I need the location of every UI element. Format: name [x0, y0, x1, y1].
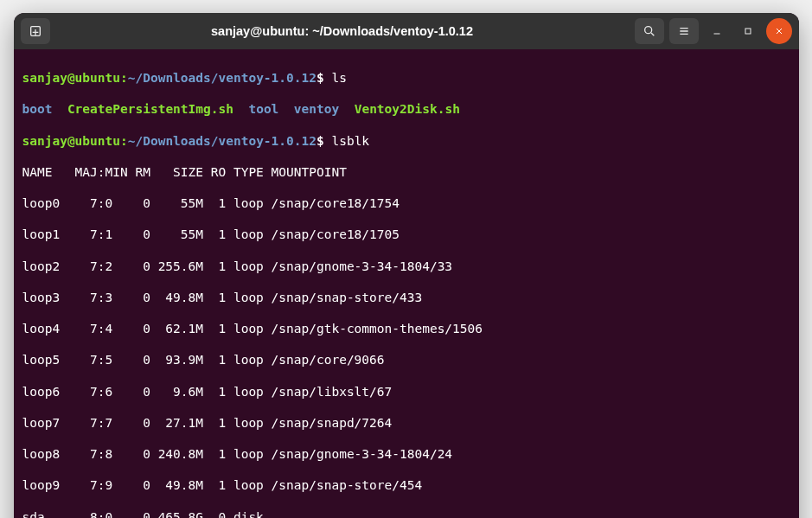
terminal-window: sanjay@ubuntu: ~/Downloads/ventoy-1.0.12…	[14, 13, 799, 518]
ls-item-ventoy2disk: Ventoy2Disk.sh	[355, 102, 460, 116]
lsblk-row: loop7 7:7 0 27.1M 1 loop /snap/snapd/726…	[22, 415, 790, 431]
svg-rect-9	[745, 29, 751, 34]
ls-item-tool: tool	[248, 102, 278, 116]
prompt-line-1: sanjay@ubuntu:~/Downloads/ventoy-1.0.12$…	[22, 70, 790, 86]
lsblk-header: NAME MAJ:MIN RM SIZE RO TYPE MOUNTPOINT	[22, 164, 790, 180]
command-ls: ls	[331, 71, 346, 85]
ls-output: boot CreatePersistentImg.sh tool ventoy …	[22, 101, 790, 117]
prompt-userhost: sanjay@ubuntu	[22, 71, 121, 85]
lsblk-row: loop0 7:0 0 55M 1 loop /snap/core18/1754	[22, 195, 790, 211]
close-button[interactable]	[766, 18, 792, 44]
search-button[interactable]	[635, 18, 664, 44]
titlebar-right	[635, 18, 792, 44]
lsblk-row: loop9 7:9 0 49.8M 1 loop /snap/snap-stor…	[22, 477, 790, 493]
ls-item-createpersistent: CreatePersistentImg.sh	[67, 102, 233, 116]
lsblk-row: loop6 7:6 0 9.6M 1 loop /snap/libxslt/67	[22, 384, 790, 400]
lsblk-row: loop3 7:3 0 49.8M 1 loop /snap/snap-stor…	[22, 290, 790, 305]
prompt-line-2: sanjay@ubuntu:~/Downloads/ventoy-1.0.12$…	[22, 133, 790, 149]
lsblk-row: loop1 7:1 0 55M 1 loop /snap/core18/1705	[22, 227, 790, 242]
ls-item-boot: boot	[22, 102, 53, 116]
lsblk-row: loop4 7:4 0 62.1M 1 loop /snap/gtk-commo…	[22, 321, 790, 336]
window-title: sanjay@ubuntu: ~/Downloads/ventoy-1.0.12	[55, 24, 630, 38]
prompt-colon: :	[120, 71, 128, 85]
menu-button[interactable]	[669, 18, 699, 44]
minimize-button[interactable]	[704, 18, 730, 44]
prompt-symbol: $	[316, 71, 324, 85]
titlebar: sanjay@ubuntu: ~/Downloads/ventoy-1.0.12	[14, 13, 799, 49]
new-tab-button[interactable]	[21, 18, 50, 44]
maximize-button[interactable]	[735, 18, 761, 44]
lsblk-row: sda 8:0 0 465.8G 0 disk	[22, 509, 790, 518]
svg-line-4	[651, 33, 654, 35]
terminal-body[interactable]: sanjay@ubuntu:~/Downloads/ventoy-1.0.12$…	[14, 49, 799, 518]
command-lsblk: lsblk	[331, 134, 369, 148]
svg-point-3	[644, 27, 651, 34]
ls-item-ventoy: ventoy	[294, 102, 339, 116]
lsblk-row: loop2 7:2 0 255.6M 1 loop /snap/gnome-3-…	[22, 259, 790, 274]
lsblk-row: loop5 7:5 0 93.9M 1 loop /snap/core/9066	[22, 352, 790, 368]
prompt-path: ~/Downloads/ventoy-1.0.12	[128, 71, 316, 85]
lsblk-row: loop8 7:8 0 240.8M 1 loop /snap/gnome-3-…	[22, 446, 790, 462]
